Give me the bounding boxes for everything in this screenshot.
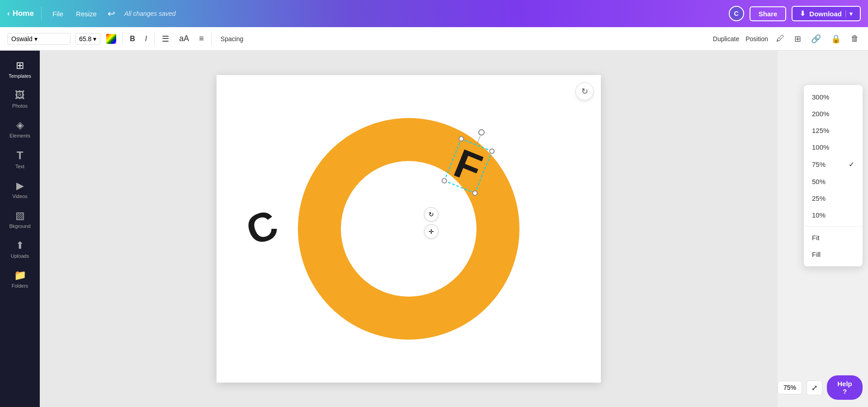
align-button[interactable]: ☰ [159, 32, 172, 46]
zoom-option-50[interactable]: 50% [804, 173, 863, 190]
user-avatar: C [729, 6, 744, 21]
right-panel: 300% 200% 125% 100% 75% ✓ 50% 25% 10% [778, 51, 868, 407]
zoom-option-25[interactable]: 25% [804, 190, 863, 207]
zoom-option-300[interactable]: 300% [804, 89, 863, 105]
home-label: Home [13, 9, 34, 18]
sidebar-bkground-label: Bkground [9, 223, 30, 229]
photos-icon: 🖼 [15, 90, 25, 101]
zoom-dropdown: 300% 200% 125% 100% 75% ✓ 50% 25% 10% [804, 85, 863, 266]
font-name-label: Oswald [11, 35, 33, 43]
zoom-option-125[interactable]: 125% [804, 122, 863, 139]
zoom-option-fit[interactable]: Fit [804, 229, 863, 246]
file-button[interactable]: File [49, 8, 67, 19]
download-arrow-icon[interactable]: ▾ [845, 10, 853, 17]
canvas-rotate-button[interactable]: ↻ [576, 82, 594, 100]
download-button[interactable]: ⬇ Download ▾ [792, 6, 861, 21]
expand-button[interactable]: ⤢ [807, 380, 822, 395]
sidebar-templates-label: Templates [9, 73, 31, 79]
videos-icon: ▶ [16, 180, 24, 192]
sidebar-item-uploads[interactable]: ⬆ Uploads [2, 235, 38, 263]
bottom-bar: 75% ⤢ Help ? [778, 375, 863, 400]
toolbar-divider-1 [122, 33, 123, 45]
delete-icon[interactable]: 🗑 [849, 32, 861, 45]
sidebar-item-folders[interactable]: 📁 Folders [2, 265, 38, 293]
grid-icon[interactable]: ⊞ [793, 32, 803, 46]
text-size-toggle-button[interactable]: aA [176, 32, 192, 45]
toolbar-right: Duplicate Position 🖊 ⊞ 🔗 🔒 🗑 [713, 32, 861, 46]
text-color-button[interactable] [105, 33, 118, 45]
sidebar-item-photos[interactable]: 🖼 Photos [2, 85, 38, 113]
duplicate-button[interactable]: Duplicate [713, 35, 739, 43]
help-button[interactable]: Help ? [827, 375, 863, 400]
bold-button[interactable]: B [127, 33, 138, 45]
sidebar-item-text[interactable]: T Text [2, 145, 38, 174]
zoom-fill-label: Fill [812, 251, 821, 258]
sidebar-text-label: Text [15, 164, 24, 169]
spacing-button[interactable]: Spacing [216, 33, 248, 44]
position-button[interactable]: Position [745, 35, 768, 43]
zoom-75-label: 75% [812, 161, 826, 168]
letter-c-text[interactable]: C [240, 201, 283, 255]
font-size-select[interactable]: 65.8 ▾ [75, 33, 100, 45]
zoom-50-label: 50% [812, 178, 826, 185]
home-arrow-icon: ‹ [7, 9, 10, 18]
color-preview [106, 34, 116, 44]
home-button[interactable]: ‹ Home [7, 9, 34, 18]
font-select-chevron-icon: ▾ [34, 35, 38, 43]
font-size-label: 65.8 [79, 35, 91, 43]
main: ⊞ Templates 🖼 Photos ◈ Elements T Text ▶… [0, 51, 868, 407]
saved-text: All changes saved [124, 10, 176, 17]
donut-ring [282, 102, 535, 355]
font-size-chevron-icon: ▾ [93, 35, 96, 43]
sidebar-uploads-label: Uploads [11, 253, 29, 259]
elements-icon: ◈ [16, 119, 24, 131]
folders-icon: 📁 [14, 270, 26, 281]
context-move-button[interactable]: ✛ [424, 224, 439, 239]
zoom-10-label: 10% [812, 211, 826, 219]
text-icon: T [17, 149, 24, 162]
sidebar-photos-label: Photos [12, 103, 28, 109]
italic-button[interactable]: I [142, 33, 150, 45]
eyedropper-icon[interactable]: 🖊 [774, 32, 786, 45]
zoom-option-200[interactable]: 200% [804, 105, 863, 122]
zoom-125-label: 125% [812, 127, 829, 134]
toolbar-divider-3 [211, 33, 212, 45]
uploads-icon: ⬆ [16, 240, 24, 251]
list-button[interactable]: ≡ [196, 32, 207, 45]
sidebar-item-templates[interactable]: ⊞ Templates [2, 55, 38, 83]
zoom-25-label: 25% [812, 194, 826, 202]
font-family-select[interactable]: Oswald ▾ [7, 33, 71, 45]
share-button[interactable]: Share [750, 6, 787, 21]
resize-button[interactable]: Resize [72, 8, 100, 19]
zoom-option-10[interactable]: 10% [804, 207, 863, 223]
canvas-page: C F ↻ ✛ [217, 75, 601, 383]
zoom-300-label: 300% [812, 93, 829, 101]
zoom-option-75[interactable]: 75% ✓ [804, 156, 863, 173]
topbar-right: C Share ⬇ Download ▾ [729, 6, 861, 21]
toolbar: Oswald ▾ 65.8 ▾ B I ☰ aA ≡ Spacing Dupli… [0, 27, 868, 51]
donut-svg [282, 102, 535, 355]
canvas-toolbar-right: ↻ [576, 82, 594, 100]
context-buttons: ↻ ✛ [424, 207, 439, 241]
canvas-area[interactable]: C F ↻ ✛ [40, 51, 778, 407]
zoom-option-fill[interactable]: Fill [804, 246, 863, 263]
zoom-check-icon: ✓ [849, 160, 854, 169]
sidebar: ⊞ Templates 🖼 Photos ◈ Elements T Text ▶… [0, 51, 40, 407]
sidebar-elements-label: Elements [9, 133, 30, 138]
context-rotate-button[interactable]: ↻ [424, 207, 439, 222]
bkground-icon: ▧ [15, 210, 25, 222]
sidebar-videos-label: Videos [12, 194, 27, 199]
sidebar-item-videos[interactable]: ▶ Videos [2, 175, 38, 204]
zoom-indicator-button[interactable]: 75% [778, 381, 802, 394]
lock-icon[interactable]: 🔒 [829, 32, 843, 46]
rotate-line [476, 136, 480, 144]
toolbar-divider-2 [154, 33, 155, 45]
download-icon: ⬇ [800, 9, 806, 18]
zoom-divider [804, 226, 863, 227]
zoom-option-100[interactable]: 100% [804, 139, 863, 156]
link-icon[interactable]: 🔗 [809, 32, 823, 46]
undo-button[interactable]: ↩ [106, 6, 117, 21]
sidebar-item-bkground[interactable]: ▧ Bkground [2, 205, 38, 233]
sidebar-item-elements[interactable]: ◈ Elements [2, 115, 38, 143]
topbar: ‹ Home File Resize ↩ All changes saved C… [0, 0, 868, 27]
